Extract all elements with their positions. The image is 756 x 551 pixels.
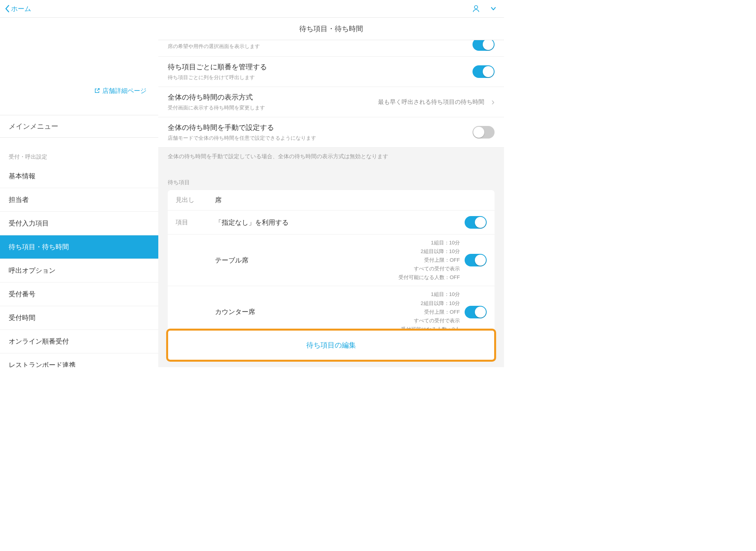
sidebar-item-basic[interactable]: 基本情報 [0,165,158,188]
seat-details: 1組目：10分 2組目以降：10分 受付上限：OFF すべての受付で表示 受付可… [398,239,460,282]
setting-manual-wait-time: 全体の待ち時間を手動で設定する 店舗モードで全体の待ち時間を任意で設定できるよう… [158,117,504,148]
sidebar-item-input[interactable]: 受付入力項目 [0,212,158,235]
sidebar-item-online[interactable]: オンライン順番受付 [0,330,158,353]
user-icon[interactable] [472,4,480,13]
back-label: ホーム [11,4,31,13]
toggle-seat-table[interactable] [465,254,487,266]
sidebar-section-label: 受付・呼出設定 [0,138,158,165]
seat-name: カウンター席 [215,307,401,316]
items-label: 項目 [176,218,215,227]
setting-desc: 受付画面に表示する待ち時間を変更します [168,104,265,111]
toggle-manual-wait-time[interactable] [472,126,495,139]
setting-prev-desc: 席の希望や用件の選択画面を表示します [168,43,260,50]
use-none-label: 「指定なし」を利用する [215,218,465,227]
main-menu-label: メインメニュー [0,115,158,138]
sidebar-item-wait[interactable]: 待ち項目・待ち時間 [0,235,158,259]
setting-display-method[interactable]: 全体の待ち時間の表示方式 受付画面に表示する待ち時間を変更します 最も早く呼出さ… [158,87,504,117]
seat-name: テーブル席 [215,256,398,265]
edit-wait-items-label: 待ち項目の編集 [306,340,356,350]
setting-title: 全体の待ち時間を手動で設定する [168,123,316,132]
wait-items-card: 見出し 席 項目 「指定なし」を利用する テーブル席 1組目：10分 2組目以降… [168,190,495,338]
toggle-prev[interactable] [472,40,495,51]
content-area: 待ち項目・待ち時間 席の希望や用件の選択画面を表示します 待ち項目ごとに順番を管… [158,18,504,367]
toggle-seat-counter[interactable] [465,306,487,318]
sidebar: 店舗詳細ページ メインメニュー 受付・呼出設定 基本情報 担当者 受付入力項目 … [0,18,158,367]
edit-wait-items-button[interactable]: 待ち項目の編集 [166,329,496,362]
toggle-use-none[interactable] [465,216,487,229]
heading-label: 見出し [176,196,215,204]
wait-items-heading: 待ち項目 [158,166,504,190]
store-detail-link[interactable]: 店舗詳細ページ [0,18,158,115]
setting-manage-per-item: 待ち項目ごとに順番を管理する 待ち項目ごとに列を分けて呼出します [158,57,504,87]
seat-details: 1組目：10分 2組目以降：10分 受付上限：OFF すべての受付で表示 受付可… [401,290,460,333]
sidebar-item-staff[interactable]: 担当者 [0,188,158,212]
setting-title: 待ち項目ごとに順番を管理する [168,62,267,72]
svg-point-0 [474,6,478,9]
setting-desc: 待ち項目ごとに列を分けて呼出します [168,74,267,81]
toggle-manage-per-item[interactable] [472,65,495,78]
heading-value: 席 [215,196,487,205]
store-detail-label: 店舗詳細ページ [102,87,146,95]
setting-value: 最も早く呼出される待ち項目の待ち時間 [378,98,484,106]
back-button[interactable]: ホーム [5,4,31,13]
sidebar-item-restaurant-board[interactable]: レストランボード連携 [0,353,158,367]
setting-note: 全体の待ち時間を手動で設定している場合、全体の待ち時間の表示方式は無効となります [158,148,504,166]
seat-table: テーブル席 1組目：10分 2組目以降：10分 受付上限：OFF すべての受付で… [168,235,495,286]
content-title: 待ち項目・待ち時間 [158,18,504,40]
chevron-right-icon: › [491,96,495,107]
chevron-down-icon[interactable] [491,6,496,11]
app-header: ホーム [0,0,504,18]
sidebar-item-reception-number[interactable]: 受付番号 [0,283,158,306]
setting-title: 全体の待ち時間の表示方式 [168,92,265,102]
chevron-left-icon [5,5,9,13]
setting-desc: 店舗モードで全体の待ち時間を任意で設定できるようになります [168,135,316,142]
sidebar-item-call-option[interactable]: 呼出オプション [0,259,158,283]
sidebar-item-reception-time[interactable]: 受付時間 [0,306,158,330]
external-link-icon [94,88,100,95]
